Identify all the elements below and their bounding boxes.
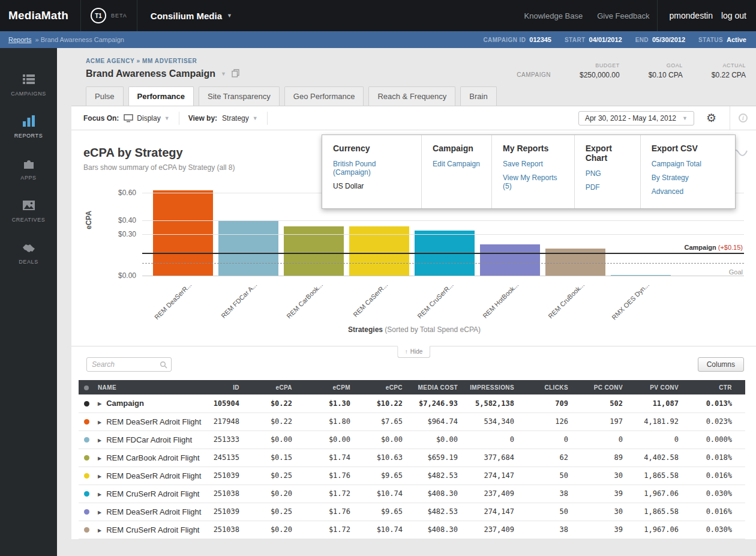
reports-breadcrumb-link[interactable]: Reports	[8, 36, 32, 43]
cell-pv-conv: 1,967.06	[628, 485, 683, 503]
menu-item-edit-campaign[interactable]: Edit Campaign	[433, 160, 481, 168]
table-row-rem-deaserr-adroit-flight[interactable]: ▶REM DeaSerR Adroit Flight217948$0.22$1.…	[79, 412, 745, 431]
username[interactable]: pmondestin	[670, 11, 713, 20]
menu-item-us-dollar[interactable]: US Dollar	[333, 182, 410, 190]
organization-dropdown[interactable]: Consilium Media ▼	[137, 11, 245, 21]
gear-icon[interactable]: ⚙	[706, 112, 716, 124]
start-label: START	[565, 37, 586, 43]
give-feedback-link[interactable]: Give Feedback	[590, 11, 656, 20]
sidebar-item-campaigns[interactable]: CAMPAIGNS	[0, 64, 57, 106]
knowledge-base-link[interactable]: Knowledge Base	[517, 11, 590, 20]
expand-row-icon[interactable]: ▶	[98, 474, 101, 479]
table-row-rem-carbook-adroit-flight[interactable]: ▶REM CarBook Adroit Flight245135$0.15$1.…	[79, 449, 745, 467]
tab-performance[interactable]: Performance	[128, 86, 194, 106]
tab-brain[interactable]: Brain	[460, 86, 496, 106]
column-header-id[interactable]: ID	[208, 380, 244, 394]
column-header-ecpc[interactable]: eCPC	[355, 380, 407, 394]
campaign-id-label: CAMPAIGN ID	[483, 37, 526, 43]
cell-pc-conv: 30	[573, 503, 628, 521]
column-header-pc-conv[interactable]: PC CONV	[573, 380, 628, 394]
focus-on-dropdown[interactable]: Display ▼	[137, 114, 169, 122]
stat-label: ACTUAL	[712, 62, 746, 68]
table-row-rem-cruserr-adroit-flight[interactable]: ▶REM CruSerR Adroit Flight251038$0.20$1.…	[79, 485, 745, 503]
tab-bar: PulsePerformanceSite TransparencyGeo Per…	[71, 79, 756, 106]
menu-item-save-report[interactable]: Save Report	[503, 160, 563, 168]
bar-rem-fdcar-a[interactable]	[218, 221, 278, 276]
column-header-media-cost[interactable]: MEDIA COST	[407, 380, 463, 394]
mediamath-logo: MediaMath	[0, 9, 80, 22]
expand-row-icon[interactable]: ▶	[98, 492, 101, 497]
menu-item-view-my-reports-5[interactable]: View My Reports (5)	[503, 174, 563, 190]
logout-link[interactable]: log out	[721, 11, 746, 20]
gridline	[142, 234, 744, 235]
tab-site-transparency[interactable]: Site Transparency	[199, 86, 280, 106]
y-tick-label: $0.60	[118, 189, 136, 197]
sidebar-item-deals[interactable]: DEALS	[0, 232, 57, 274]
search-wrap	[86, 357, 172, 372]
sidebar-item-apps[interactable]: APPS	[0, 148, 57, 190]
menu-item-by-strategy[interactable]: By Strategy	[652, 174, 724, 182]
date-range-dropdown[interactable]: Apr 30, 2012 - May 14, 2012 ▼	[578, 111, 694, 125]
cell-ecpa: $0.22	[244, 412, 297, 431]
expand-row-icon[interactable]: ▶	[98, 528, 101, 533]
column-header-ecpa[interactable]: eCPA	[244, 380, 297, 394]
expand-row-icon[interactable]: ▶	[98, 456, 101, 461]
report-toolbar: Focus On: Display ▼ View by: Strategy ▼	[71, 106, 756, 130]
expand-row-icon[interactable]: ▶	[98, 401, 101, 406]
table-row-rem-deaserr-adroit-flight[interactable]: ▶REM DeaSerR Adroit Flight251039$0.25$1.…	[79, 503, 745, 521]
stat-label: GOAL	[649, 62, 683, 68]
sidebar-item-creatives[interactable]: CREATIVES	[0, 190, 57, 232]
menu-item-campaign-total[interactable]: Campaign Total	[652, 160, 724, 168]
column-header-ecpm[interactable]: eCPM	[297, 380, 355, 394]
cell-pv-conv: 1,865.58	[628, 467, 683, 485]
table-row-rem-cruserr-adroit-flight[interactable]: ▶REM CruSerR Adroit Flight251038$0.20$1.…	[79, 521, 745, 539]
column-header-clicks[interactable]: CLICKS	[519, 380, 573, 394]
tab-geo-performance[interactable]: Geo Performance	[284, 86, 364, 106]
x-tick-label: REM CruSerR...	[416, 281, 455, 320]
expand-row-icon[interactable]: ▶	[98, 438, 101, 443]
cell-pc-conv: 197	[573, 412, 628, 431]
cell-ecpc: $9.65	[355, 467, 407, 485]
menu-item-british-pound-campaign[interactable]: British Pound (Campaign)	[333, 160, 410, 177]
column-header-ctr[interactable]: CTR	[683, 380, 745, 394]
menu-item-png[interactable]: PNG	[586, 169, 629, 178]
table-row-campaign[interactable]: ▶Campaign105904$0.22$1.30$10.22$7,246.93…	[79, 394, 745, 412]
search-input[interactable]	[86, 357, 172, 372]
chevron-down-icon[interactable]: ▼	[221, 71, 226, 77]
bar-rem-hotbook[interactable]	[480, 244, 540, 276]
expand-row-icon[interactable]: ▶	[98, 420, 101, 425]
chevron-down-icon: ▼	[164, 115, 170, 121]
hide-chart-button[interactable]: ↑Hide	[397, 346, 431, 358]
breadcrumb: » Brand Awareness Campaign	[35, 36, 124, 43]
campaign-id-value: 012345	[529, 36, 551, 43]
cell-ecpa: $0.25	[244, 503, 297, 521]
menu-item-advanced[interactable]: Advanced	[652, 187, 724, 196]
column-header-pv-conv[interactable]: PV CONV	[628, 380, 683, 394]
view-by-dropdown[interactable]: Strategy ▼	[222, 114, 258, 122]
menu-item-pdf[interactable]: PDF	[586, 183, 629, 192]
search-icon	[160, 361, 167, 369]
settings-menu: CurrencyBritish Pound (Campaign)US Dolla…	[322, 134, 736, 209]
expand-row-icon[interactable]: ▶	[98, 510, 101, 515]
stat-value: $0.10 CPA	[649, 71, 683, 79]
columns-button[interactable]: Columns	[698, 357, 744, 372]
cell-ecpc: $10.22	[355, 394, 407, 412]
column-header-impressions[interactable]: IMPRESSIONS	[463, 380, 519, 394]
series-color-dot-icon	[84, 473, 89, 479]
table-row-rem-deaserr-adroit-flight[interactable]: ▶REM DeaSerR Adroit Flight251039$0.25$1.…	[79, 467, 745, 485]
sidebar-item-reports[interactable]: REPORTS	[0, 106, 57, 148]
table-row-rem-fdcar-adroit-flight[interactable]: ▶REM FDCar Adroit Flight251333$0.00$0.00…	[79, 431, 745, 449]
tab-reach-frequency[interactable]: Reach & Frequency	[368, 86, 455, 106]
cell-clicks: 50	[519, 467, 573, 485]
column-header-name[interactable]: NAME	[94, 380, 208, 394]
x-tick-label: REM CruBook...	[547, 281, 586, 320]
tab-pulse[interactable]: Pulse	[86, 86, 124, 106]
duplicate-icon[interactable]	[232, 69, 239, 79]
info-icon[interactable]: i	[739, 113, 748, 122]
cell-impressions: 274,147	[463, 503, 519, 521]
cell-media-cost: $964.74	[407, 412, 463, 431]
divider	[179, 112, 179, 125]
y-axis-title: eCPA	[85, 211, 93, 229]
y-tick-label: $0.40	[118, 216, 136, 225]
cell-clicks: 62	[519, 449, 573, 467]
